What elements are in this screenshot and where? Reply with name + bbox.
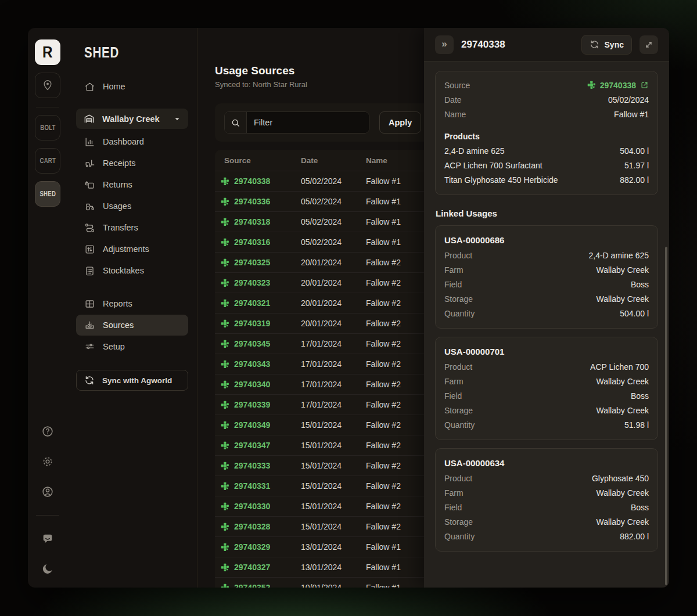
sidebar-item-transfers[interactable]: Transfers	[76, 217, 188, 238]
usage-value: 51.98 l	[624, 420, 649, 430]
detail-value: Fallow #1	[614, 110, 649, 119]
farm-selector[interactable]: Wallaby Creek	[76, 109, 188, 129]
agworld-icon	[221, 543, 229, 552]
source-id-link[interactable]: 29740349	[234, 420, 270, 430]
source-id-link[interactable]: 29740325	[234, 258, 270, 267]
sidebar-item-receipts[interactable]: Receipts	[76, 153, 188, 174]
search-icon	[225, 112, 247, 133]
source-id-link[interactable]: 29740345	[234, 339, 270, 348]
locations-button[interactable]	[35, 73, 60, 98]
detail-label: Source	[444, 81, 470, 90]
usage-row-farm: Farm Wallaby Creek	[444, 374, 649, 388]
shed-app-button[interactable]: SHED	[35, 181, 60, 207]
rail-divider-bottom	[36, 515, 59, 516]
sidebar-item-label: Transfers	[103, 223, 138, 232]
source-detail-card: Source 29740338 Date	[435, 71, 658, 195]
sidebar-gap	[76, 282, 188, 293]
source-id-link[interactable]: 29740331	[234, 481, 270, 491]
sidebar-item-sources[interactable]: Sources	[76, 315, 188, 336]
source-id-link[interactable]: 29740318	[234, 217, 270, 226]
product-quantity: 504.00 l	[620, 146, 649, 156]
source-id-link[interactable]: 29740338	[234, 176, 270, 186]
products-heading: Products	[444, 129, 649, 143]
panel-header: » 29740338 Sync	[424, 28, 669, 62]
sidebar-item-label: Dashboard	[103, 137, 144, 146]
sync-with-agworld-button[interactable]: Sync with Agworld	[76, 370, 188, 391]
checklist-icon	[84, 265, 95, 276]
panel-scrollbar[interactable]	[665, 247, 667, 585]
source-id-link[interactable]: 29740323	[234, 278, 270, 287]
source-id-link[interactable]: 29740319	[234, 319, 270, 328]
agworld-icon	[221, 218, 229, 226]
refresh-icon	[590, 39, 599, 49]
source-id-link[interactable]: 29740347	[234, 441, 270, 450]
usage-label: Quantity	[444, 309, 475, 318]
usage-id: USA-00000686	[444, 232, 649, 248]
source-id-link[interactable]: 29740329	[234, 542, 270, 552]
source-id-link[interactable]: 29740333	[234, 461, 270, 470]
detail-row-source: Source 29740338	[444, 78, 649, 92]
sync-button[interactable]: Sync	[581, 35, 632, 55]
sidebar-item-usages[interactable]: Usages	[76, 196, 188, 217]
r-logo[interactable]: R	[35, 39, 60, 65]
source-id-link[interactable]: 29740343	[234, 359, 270, 369]
sidebar-item-returns[interactable]: Returns	[76, 174, 188, 195]
sidebar-item-label: Adjustments	[103, 244, 149, 254]
agworld-icon	[221, 238, 229, 247]
sliders-icon	[84, 341, 95, 352]
source-date: 15/01/2024	[301, 481, 366, 491]
usage-value: Boss	[631, 391, 649, 401]
usage-row-farm: Farm Wallaby Creek	[444, 262, 649, 277]
product-row: Titan Glyphosate 450 Herbicide 882.00 l	[444, 172, 649, 187]
usage-label: Storage	[444, 406, 473, 415]
bolt-app-button[interactable]: BOLT	[35, 115, 60, 141]
panel-title: 29740338	[461, 39, 505, 51]
usage-value: Boss	[631, 280, 649, 289]
product-quantity: 51.97 l	[624, 161, 649, 170]
source-date: 20/01/2024	[301, 278, 366, 287]
source-id-link[interactable]: 29740330	[234, 502, 270, 511]
sidebar-item-dashboard[interactable]: Dashboard	[76, 131, 188, 152]
usage-value: 504.00 l	[620, 309, 649, 318]
sidebar-item-stocktakes[interactable]: Stocktakes	[76, 260, 188, 281]
sidebar-item-setup[interactable]: Setup	[76, 336, 188, 357]
return-box-icon	[84, 179, 95, 190]
settings-button[interactable]	[41, 455, 55, 469]
double-chevron-right-icon: »	[441, 39, 447, 50]
usage-value: ACP Lichen 700	[590, 362, 649, 372]
collapse-panel-button[interactable]: »	[435, 35, 454, 54]
source-id-link[interactable]: 29740316	[234, 237, 270, 247]
apply-button[interactable]: Apply	[379, 111, 421, 134]
detail-label: Name	[444, 110, 466, 119]
house-icon	[84, 81, 95, 92]
source-link-id: 29740338	[600, 81, 636, 90]
source-id-link[interactable]: 29740352	[234, 583, 270, 588]
chat-button[interactable]	[41, 532, 55, 546]
source-date: 15/01/2024	[301, 441, 366, 450]
source-id-link[interactable]: 29740339	[234, 400, 270, 409]
source-id-link[interactable]: 29740327	[234, 563, 270, 572]
sidebar-item-label: Stocktakes	[103, 266, 144, 275]
source-id-link[interactable]: 29740328	[234, 522, 270, 531]
source-link[interactable]: 29740338	[587, 81, 649, 90]
account-button[interactable]	[41, 485, 55, 499]
usage-row-field: Field Boss	[444, 388, 649, 403]
cart-app-button[interactable]: CART	[35, 148, 60, 174]
expand-panel-button[interactable]	[639, 35, 658, 54]
filter-input[interactable]	[247, 112, 369, 133]
sidebar-item-home[interactable]: Home	[76, 76, 188, 97]
usage-value: Wallaby Creek	[596, 377, 649, 386]
agworld-icon	[221, 563, 229, 572]
sidebar-item-adjustments[interactable]: Adjustments	[76, 239, 188, 260]
source-id-link[interactable]: 29740340	[234, 380, 270, 389]
source-id-link[interactable]: 29740321	[234, 298, 270, 308]
usage-row-storage: Storage Wallaby Creek	[444, 291, 649, 306]
dark-mode-button[interactable]	[41, 562, 55, 576]
source-id-link[interactable]: 29740336	[234, 197, 270, 206]
sidebar-item-reports[interactable]: Reports	[76, 293, 188, 314]
adjustments-icon	[84, 243, 95, 255]
forklift-icon	[84, 157, 95, 169]
rail-bottom	[36, 424, 59, 576]
source-date: 20/01/2024	[301, 298, 366, 308]
help-button[interactable]	[41, 424, 55, 438]
